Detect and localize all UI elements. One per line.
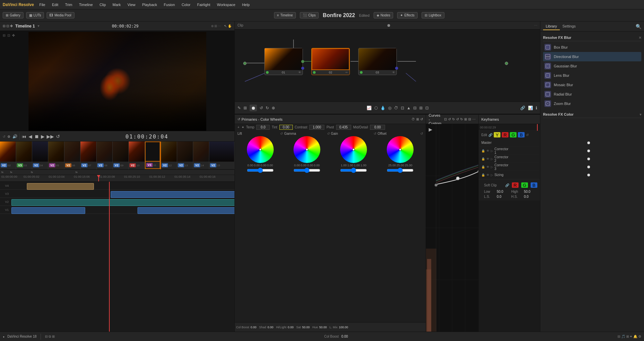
settings-icon[interactable]: ⚙ <box>7 135 10 138</box>
curves-btn-7[interactable]: ⊟ <box>468 117 471 121</box>
sc-btn-r[interactable]: R <box>512 182 519 188</box>
gamma-wheel[interactable] <box>293 136 320 163</box>
clip-v4-1[interactable] <box>27 183 94 190</box>
loop-button[interactable]: ↺ <box>56 134 60 139</box>
tool-7[interactable]: ⊞ <box>419 106 423 110</box>
gain-reset[interactable]: ↺ <box>374 132 376 135</box>
menu-fairlight[interactable]: Fairlight <box>196 2 212 7</box>
kf-c2-eye[interactable]: 👁 <box>486 157 489 161</box>
fx-lens-blur[interactable]: Lens Blur <box>543 71 641 80</box>
wheels-reset-icon[interactable]: ↺ <box>420 117 423 121</box>
wheels-bars-icon[interactable]: ⊞ <box>416 117 419 121</box>
timeline-label[interactable]: Timeline 1 <box>15 24 35 29</box>
menu-clip[interactable]: Clip <box>98 2 107 7</box>
chart-icon[interactable]: 📊 <box>528 106 533 110</box>
next-frame-button[interactable]: ▶▶ <box>47 134 54 139</box>
tool-5[interactable]: ⊕ <box>272 106 275 110</box>
menu-view[interactable]: View <box>126 2 137 7</box>
kf-c1-eye[interactable]: 👁 <box>486 149 489 153</box>
menu-fusion[interactable]: Fusion <box>162 2 176 7</box>
hexagon-icon[interactable]: ⬡ <box>374 106 378 110</box>
reset-btn[interactable]: ↺ <box>237 117 240 121</box>
kf-c3-key[interactable]: ▷ <box>491 165 493 169</box>
kf-c3-lock[interactable]: 🔒 <box>481 165 485 169</box>
kf-c2-lock[interactable]: 🔒 <box>481 157 485 161</box>
tint-input[interactable] <box>279 125 293 130</box>
tool-active[interactable]: ⏺ <box>250 105 257 111</box>
curves-btn-1[interactable]: ⊡ <box>444 117 447 121</box>
fx-zoom-blur[interactable]: Zoom Blur <box>543 99 641 108</box>
clock-icon[interactable]: ⏱ <box>394 106 398 110</box>
clip-v2-1[interactable] <box>11 199 234 206</box>
clip-14[interactable]: V2 14 <box>193 141 209 169</box>
tool-6[interactable]: ⊟ <box>413 106 417 110</box>
kf-c3-eye[interactable]: 👁 <box>486 165 489 169</box>
tool-8[interactable]: ⊡ <box>425 106 429 110</box>
menu-color[interactable]: Color <box>180 2 192 7</box>
contrast-input[interactable] <box>309 125 324 130</box>
wheels-settings-icon[interactable]: ⏱ <box>412 117 415 121</box>
offset-wheel[interactable] <box>387 136 414 163</box>
reset-icon[interactable]: ↺ <box>3 135 5 138</box>
clips-nav-button[interactable]: ⬛ Clips <box>300 12 319 18</box>
tool-2[interactable]: ⊞ <box>244 106 247 110</box>
fx-box-blur[interactable]: Box Blur <box>543 43 641 52</box>
fx-directional-blur[interactable]: Directional Blur <box>543 52 641 61</box>
pivot-input[interactable] <box>336 125 351 130</box>
menu-trim[interactable]: Trim <box>64 2 74 7</box>
clip-04[interactable]: V2 04 <box>32 141 48 169</box>
lift-wheel[interactable] <box>247 136 274 163</box>
timeline-nav-button[interactable]: ≡ Timeline <box>274 12 296 18</box>
curves-btn-3[interactable]: ↻ <box>452 117 455 121</box>
kf-c1-lock[interactable]: 🔒 <box>481 149 485 153</box>
kf-s-key[interactable]: ▷ <box>491 173 493 177</box>
curves-btn-2[interactable]: ↺ <box>448 117 451 121</box>
clip-v3-1[interactable] <box>111 191 234 198</box>
search-icon[interactable]: 🔍 <box>636 24 641 29</box>
clip-10[interactable]: V2 10 <box>129 141 145 169</box>
menu-playback[interactable]: Playback <box>141 2 159 7</box>
edit-btn-b[interactable]: B <box>518 132 525 137</box>
tool-4[interactable]: ↻ <box>266 106 269 110</box>
stop-button[interactable]: ⏹ <box>34 134 39 139</box>
library-tab[interactable]: Library <box>543 23 560 30</box>
node-03[interactable]: 03 👁 <box>358 48 397 75</box>
volume-icon[interactable]: 🔊 <box>12 134 17 139</box>
gamma-reset[interactable]: ↺ <box>327 132 330 135</box>
param-add-icon[interactable]: + <box>237 125 239 129</box>
fx-mosaic-blur[interactable]: Mosaic Blur <box>543 80 641 90</box>
fx-color-collapse[interactable]: ▾ <box>640 113 641 116</box>
info-icon[interactable]: ℹ <box>536 106 537 110</box>
triangle-icon[interactable]: ▲ <box>407 106 411 110</box>
kf-s-lock[interactable]: 🔒 <box>481 173 485 177</box>
clip-09[interactable]: V2 09 <box>113 141 129 169</box>
clip-v1-2[interactable] <box>138 207 234 214</box>
clip-03[interactable]: V3 03 <box>16 141 32 169</box>
clip-07[interactable]: V2 07 <box>80 141 97 169</box>
menu-workspace[interactable]: Workspace <box>216 2 237 7</box>
menu-mark[interactable]: Mark <box>111 2 122 7</box>
clip-v1-1[interactable] <box>11 207 85 214</box>
clip-02[interactable]: V2 02 <box>0 141 16 169</box>
lift-slider[interactable] <box>247 168 274 173</box>
clip-13[interactable]: V2 13 <box>177 141 193 169</box>
lift-reset[interactable]: ↺ <box>280 132 283 135</box>
clip-06[interactable]: V2 06 <box>64 141 80 169</box>
sc-link-icon[interactable]: 🔗 <box>505 183 509 187</box>
fx-blur-collapse[interactable]: ✕ <box>639 36 641 40</box>
offset-slider[interactable] <box>387 168 414 173</box>
circle-icon[interactable]: ◎ <box>388 106 391 110</box>
edit-btn-g[interactable]: G <box>510 132 517 137</box>
gain-slider[interactable] <box>340 168 367 173</box>
media-pool-button[interactable]: 🎞 Media Pool <box>47 12 74 18</box>
tool-1[interactable]: ✎ <box>237 106 241 110</box>
edit-reset-icon[interactable]: ↺ <box>526 133 529 137</box>
menu-timeline[interactable]: Timeline <box>77 2 94 7</box>
menu-file[interactable]: File <box>38 2 47 7</box>
clip-15[interactable]: V2 15 <box>209 141 234 169</box>
offset-reset[interactable]: ↺ <box>420 132 423 135</box>
curves-btn-6[interactable]: ⊞ <box>464 117 467 121</box>
gain-wheel[interactable] <box>340 136 367 163</box>
prev-frame-button[interactable]: ◀ <box>29 134 32 139</box>
sc-btn-b[interactable]: B <box>531 182 537 188</box>
